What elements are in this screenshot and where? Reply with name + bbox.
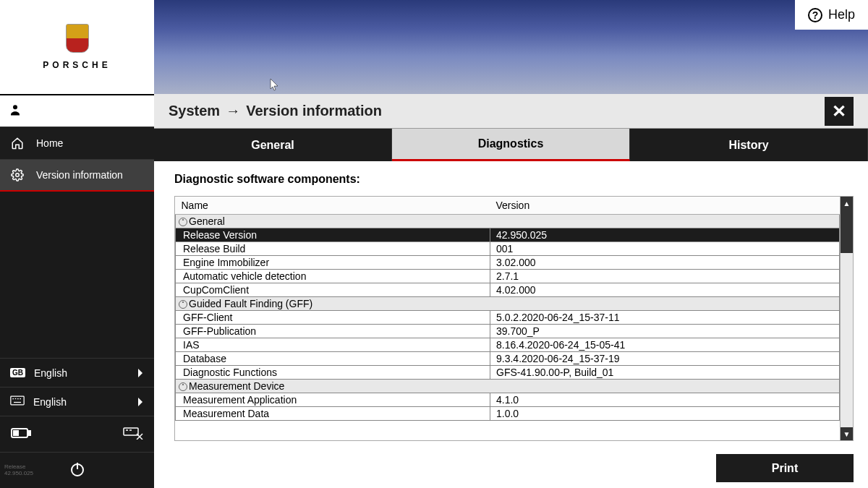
- home-icon: [10, 137, 25, 150]
- tab-history[interactable]: History: [630, 129, 868, 161]
- scroll-up-button[interactable]: ▲: [841, 197, 853, 210]
- table-row[interactable]: Release Build001: [176, 242, 840, 256]
- scroll-down-button[interactable]: ▼: [841, 427, 853, 440]
- cell-version: 9.3.4.2020-06-24_15-37-19: [490, 352, 840, 366]
- col-name-header: Name: [176, 197, 490, 215]
- table-row[interactable]: GFF-Publication39.700_P: [176, 325, 840, 338]
- porsche-crest-icon: [66, 24, 89, 53]
- brand-logo-area: PORSCHE: [0, 0, 154, 94]
- table-row[interactable]: Engine Immobilizer3.02.000: [176, 256, 840, 270]
- collapse-icon: ˄: [179, 382, 187, 391]
- power-button[interactable]: [69, 461, 86, 481]
- footer: Print: [154, 448, 868, 488]
- cell-version: 8.16.4.2020-06-24_15-05-41: [490, 338, 840, 352]
- table-row[interactable]: Database9.3.4.2020-06-24_15-37-19: [176, 352, 840, 366]
- release-version: 42.950.025: [4, 471, 33, 477]
- group-row[interactable]: ˄Measurement Device: [176, 380, 840, 393]
- group-label: General: [189, 215, 225, 227]
- gb-flag-icon: GB: [10, 368, 25, 377]
- breadcrumb-page: Version information: [246, 103, 382, 119]
- keyboard-language-label: English: [33, 396, 67, 408]
- section-title: Diagnostic software components:: [174, 173, 854, 186]
- cell-name: Engine Immobilizer: [176, 256, 490, 270]
- tab-diagnostics[interactable]: Diagnostics: [392, 129, 630, 161]
- language-selector[interactable]: GB English: [0, 358, 154, 387]
- tabs: General Diagnostics History: [154, 129, 868, 161]
- breadcrumb: System → Version information: [169, 103, 382, 119]
- table-row[interactable]: Measurement Data1.0.0: [176, 407, 840, 421]
- battery-icon: [10, 427, 32, 442]
- keyboard-language-selector[interactable]: English: [0, 387, 154, 416]
- cell-version: GFS-41.90.00-P, Build_01: [490, 366, 840, 380]
- chevron-right-icon: [137, 397, 144, 407]
- status-bar: [0, 416, 154, 452]
- help-label: Help: [828, 7, 855, 22]
- components-table: Name Version ˄GeneralRelease Version42.9…: [174, 196, 854, 441]
- device-disconnected-icon: [122, 427, 144, 442]
- table-row[interactable]: IAS8.16.4.2020-06-24_15-05-41: [176, 338, 840, 352]
- main-content: ? Help System → Version information ✕ Ge…: [154, 0, 868, 488]
- group-row[interactable]: ˄Guided Fault Finding (GFF): [176, 297, 840, 311]
- gear-icon: [10, 168, 25, 181]
- cell-version: 2.7.1: [490, 270, 840, 283]
- svg-point-0: [13, 105, 17, 109]
- cell-version: 001: [490, 242, 840, 256]
- table-row[interactable]: Measurement Application4.1.0: [176, 393, 840, 407]
- table-row[interactable]: Diagnostic FunctionsGFS-41.90.00-P, Buil…: [176, 366, 840, 380]
- cell-version: 5.0.2.2020-06-24_15-37-11: [490, 311, 840, 325]
- sidebar: PORSCHE Home Version information: [0, 0, 154, 488]
- scroll-thumb[interactable]: [841, 210, 853, 253]
- nav-version-label: Version information: [36, 169, 123, 181]
- cell-name: GFF-Client: [176, 311, 490, 325]
- cell-name: Release Version: [176, 228, 490, 242]
- cell-version: 39.700_P: [490, 325, 840, 338]
- brand-name: PORSCHE: [43, 60, 111, 70]
- cell-version: 4.1.0: [490, 393, 840, 407]
- nav-version-information[interactable]: Version information: [0, 159, 154, 192]
- scrollbar[interactable]: ▲ ▼: [840, 197, 853, 440]
- svg-point-1: [16, 174, 20, 177]
- collapse-icon: ˄: [179, 218, 187, 226]
- arrow-right-icon: →: [226, 103, 240, 119]
- user-bar[interactable]: [0, 94, 154, 127]
- cell-name: GFF-Publication: [176, 325, 490, 338]
- collapse-icon: ˄: [179, 300, 187, 309]
- keyboard-icon: [10, 395, 25, 408]
- cursor-icon: [270, 78, 280, 93]
- svg-rect-9: [28, 431, 30, 435]
- cell-version: 3.02.000: [490, 256, 840, 270]
- cell-name: Measurement Data: [176, 407, 490, 421]
- cell-version: 1.0.0: [490, 407, 840, 421]
- print-button[interactable]: Print: [716, 454, 854, 482]
- cell-name: IAS: [176, 338, 490, 352]
- col-version-header: Version: [490, 197, 840, 215]
- svg-rect-10: [14, 431, 18, 435]
- svg-rect-2: [11, 396, 24, 405]
- close-button[interactable]: ✕: [825, 97, 854, 126]
- table-row[interactable]: Release Version42.950.025: [176, 228, 840, 242]
- table-row[interactable]: Automatic vehicle detection2.7.1: [176, 270, 840, 283]
- language-label: English: [34, 367, 67, 379]
- help-button[interactable]: ? Help: [795, 0, 868, 30]
- chevron-right-icon: [137, 368, 144, 378]
- cell-name: Diagnostic Functions: [176, 366, 490, 380]
- nav-home-label: Home: [36, 137, 63, 149]
- help-icon: ?: [808, 8, 822, 22]
- cell-name: Measurement Application: [176, 393, 490, 407]
- tab-general[interactable]: General: [154, 129, 392, 161]
- user-icon: [9, 103, 22, 119]
- cell-name: Database: [176, 352, 490, 366]
- group-label: Measurement Device: [189, 380, 284, 392]
- group-label: Guided Fault Finding (GFF): [189, 298, 312, 309]
- breadcrumb-bar: System → Version information ✕: [154, 94, 868, 129]
- cell-name: CupComClient: [176, 283, 490, 297]
- svg-rect-11: [124, 428, 138, 435]
- scroll-track[interactable]: [841, 210, 853, 427]
- table-row[interactable]: CupComClient4.02.000: [176, 283, 840, 297]
- group-row[interactable]: ˄General: [176, 215, 840, 228]
- breadcrumb-root: System: [169, 103, 220, 119]
- power-row: Release 42.950.025: [0, 452, 154, 488]
- cell-name: Release Build: [176, 242, 490, 256]
- table-row[interactable]: GFF-Client5.0.2.2020-06-24_15-37-11: [176, 311, 840, 325]
- nav-home[interactable]: Home: [0, 127, 154, 159]
